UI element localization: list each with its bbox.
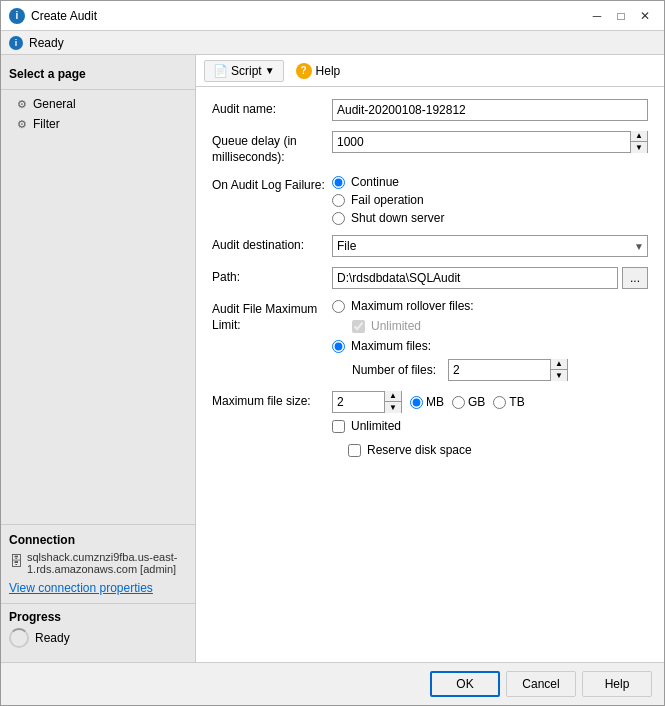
queue-delay-input[interactable] — [333, 132, 630, 152]
window-title: Create Audit — [31, 9, 97, 23]
progress-spinner — [9, 628, 29, 648]
title-controls: ─ □ ✕ — [586, 5, 656, 27]
path-control: ... — [332, 267, 648, 289]
max-files-radio[interactable] — [332, 340, 345, 353]
rollover-row: Maximum rollover files: — [332, 299, 648, 313]
status-text: Ready — [29, 36, 64, 50]
audit-dest-wrapper: File Application Log Security Log ▼ — [332, 235, 648, 257]
size-unit-tb-label: TB — [509, 395, 524, 409]
max-size-spinner-btns: ▲ ▼ — [384, 391, 401, 413]
audit-dest-row: Audit destination: File Application Log … — [212, 235, 648, 257]
script-dropdown-arrow: ▼ — [265, 65, 275, 76]
app-icon: i — [9, 8, 25, 24]
failure-radio-group: Continue Fail operation Shut down server — [332, 175, 648, 225]
audit-failure-control: Continue Fail operation Shut down server — [332, 175, 648, 225]
close-button[interactable]: ✕ — [634, 5, 656, 27]
path-row: Path: ... — [212, 267, 648, 289]
browse-button[interactable]: ... — [622, 267, 648, 289]
progress-status: Ready — [35, 631, 70, 645]
failure-continue-item: Continue — [332, 175, 648, 189]
num-files-spinner-btns: ▲ ▼ — [550, 359, 567, 381]
maximize-button[interactable]: □ — [610, 5, 632, 27]
audit-name-input[interactable] — [332, 99, 648, 121]
size-unit-tb-radio[interactable] — [493, 396, 506, 409]
max-limit-control: Maximum rollover files: Unlimited Maximu… — [332, 299, 648, 381]
num-files-input[interactable] — [449, 360, 550, 380]
sidebar-item-filter[interactable]: ⚙ Filter — [1, 114, 195, 134]
audit-name-control — [332, 99, 648, 121]
right-panel: 📄 Script ▼ ? Help Audit name: — [196, 55, 664, 662]
size-unit-gb-radio[interactable] — [452, 396, 465, 409]
help-button[interactable]: ? Help — [288, 60, 349, 82]
ok-button[interactable]: OK — [430, 671, 500, 697]
connection-info: 🗄 sqlshack.cumznzi9fba.us-east-1.rds.ama… — [9, 551, 187, 575]
num-files-row: Number of files: ▲ ▼ — [332, 359, 648, 381]
progress-section: Progress Ready — [1, 603, 195, 654]
rollover-label: Maximum rollover files: — [351, 299, 474, 313]
num-files-spinner: ▲ ▼ — [448, 359, 568, 381]
failure-fail-item: Fail operation — [332, 193, 648, 207]
connection-section: Connection 🗄 sqlshack.cumznzi9fba.us-eas… — [1, 524, 195, 603]
max-limit-label: Audit File Maximum Limit: — [212, 299, 332, 333]
general-icon: ⚙ — [17, 98, 27, 111]
num-files-down[interactable]: ▼ — [551, 370, 567, 381]
audit-dest-select[interactable]: File Application Log Security Log — [332, 235, 648, 257]
size-unit-tb-item: TB — [493, 395, 524, 409]
audit-dest-control: File Application Log Security Log ▼ — [332, 235, 648, 257]
sidebar: Select a page ⚙ General ⚙ Filter Connect… — [1, 55, 196, 662]
num-files-label: Number of files: — [352, 363, 442, 377]
queue-delay-row: Queue delay (in milliseconds): ▲ ▼ — [212, 131, 648, 165]
title-bar-left: i Create Audit — [9, 8, 97, 24]
footer-help-button[interactable]: Help — [582, 671, 652, 697]
max-files-row: Maximum files: — [332, 339, 648, 353]
sidebar-section-title: Select a page — [1, 63, 195, 85]
max-size-down[interactable]: ▼ — [385, 402, 401, 413]
script-button[interactable]: 📄 Script ▼ — [204, 60, 284, 82]
queue-delay-up[interactable]: ▲ — [631, 131, 647, 142]
filter-icon: ⚙ — [17, 118, 27, 131]
sidebar-item-filter-label: Filter — [33, 117, 60, 131]
max-size-input[interactable] — [333, 392, 384, 412]
size-unit-mb-radio[interactable] — [410, 396, 423, 409]
toolbar: 📄 Script ▼ ? Help — [196, 55, 664, 87]
failure-fail-radio[interactable] — [332, 194, 345, 207]
max-limit-row: Audit File Maximum Limit: Maximum rollov… — [212, 299, 648, 381]
rollover-radio[interactable] — [332, 300, 345, 313]
queue-delay-label: Queue delay (in milliseconds): — [212, 131, 332, 165]
failure-continue-radio[interactable] — [332, 176, 345, 189]
size-unit-mb-item: MB — [410, 395, 444, 409]
form-area: Audit name: Queue delay (in milliseconds… — [196, 87, 664, 662]
audit-name-label: Audit name: — [212, 99, 332, 118]
max-size-spinner: ▲ ▼ — [332, 391, 402, 413]
connection-title: Connection — [9, 533, 187, 547]
failure-fail-label: Fail operation — [351, 193, 424, 207]
help-icon: ? — [296, 63, 312, 79]
max-size-control: ▲ ▼ MB GB — [332, 391, 648, 433]
reserve-disk-checkbox[interactable] — [348, 444, 361, 457]
path-input[interactable] — [332, 267, 618, 289]
failure-continue-label: Continue — [351, 175, 399, 189]
failure-shutdown-radio[interactable] — [332, 212, 345, 225]
path-input-row: ... — [332, 267, 648, 289]
failure-shutdown-item: Shut down server — [332, 211, 648, 225]
audit-failure-row: On Audit Log Failure: Continue Fail oper… — [212, 175, 648, 225]
max-size-up[interactable]: ▲ — [385, 391, 401, 402]
sidebar-item-general[interactable]: ⚙ General — [1, 94, 195, 114]
audit-dest-label: Audit destination: — [212, 235, 332, 254]
queue-delay-spinner-btns: ▲ ▼ — [630, 131, 647, 153]
num-files-up[interactable]: ▲ — [551, 359, 567, 370]
audit-failure-label: On Audit Log Failure: — [212, 175, 332, 194]
unlimited-disabled-label: Unlimited — [371, 319, 421, 333]
minimize-button[interactable]: ─ — [586, 5, 608, 27]
reserve-disk-label: Reserve disk space — [367, 443, 472, 457]
queue-delay-down[interactable]: ▼ — [631, 142, 647, 153]
max-limit-section: Maximum rollover files: Unlimited Maximu… — [332, 299, 648, 381]
view-connection-link[interactable]: View connection properties — [9, 581, 187, 595]
queue-delay-spinner: ▲ ▼ — [332, 131, 648, 153]
path-label: Path: — [212, 267, 332, 286]
cancel-button[interactable]: Cancel — [506, 671, 576, 697]
queue-delay-control: ▲ ▼ — [332, 131, 648, 153]
unlimited-size-checkbox[interactable] — [332, 420, 345, 433]
status-bar: i Ready — [1, 31, 664, 55]
size-unit-gb-label: GB — [468, 395, 485, 409]
